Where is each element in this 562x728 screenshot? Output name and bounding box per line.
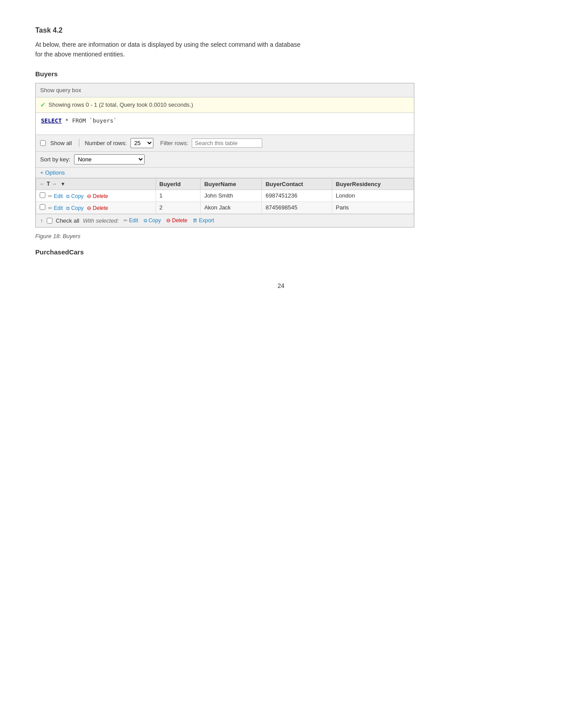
buyer-residency-cell: London <box>332 190 413 202</box>
page-number: 24 <box>35 282 527 289</box>
th-buyer-id: BuyerId <box>156 178 201 190</box>
bottom-export-button[interactable]: 🖹 Export <box>192 217 215 224</box>
show-query-box[interactable]: Show query box <box>36 83 414 97</box>
buyers-data-table: ← T → ▼ BuyerId BuyerName BuyerContact B… <box>36 178 414 214</box>
column-scroll-right[interactable]: → <box>52 181 57 187</box>
copy-icon: ⧉ <box>66 194 70 199</box>
delete-icon: ⊖ <box>87 205 91 211</box>
row-delete-button[interactable]: ⊖ Delete <box>86 205 109 211</box>
bottom-edit-icon: ✏ <box>123 217 128 224</box>
row-edit-button[interactable]: ✏ Edit <box>47 193 64 199</box>
th-buyer-residency: BuyerResidency <box>332 178 413 190</box>
sql-area: SELECT * FROM `buyers` <box>36 113 414 135</box>
rows-per-page-select[interactable]: 25 50 100 <box>130 138 153 148</box>
delete-icon: ⊖ <box>87 193 91 199</box>
buyer-contact-cell: 6987451236 <box>262 190 332 202</box>
filter-label: Filter rows: <box>160 140 189 146</box>
buyers-table-container: Show query box ✔ Showing rows 0 - 1 (2 t… <box>35 83 414 228</box>
sort-label: Sort by key: <box>40 156 71 163</box>
buyer-contact-cell: 8745698545 <box>262 202 332 213</box>
show-all-label: Show all <box>50 140 72 146</box>
task-title: Task 4.2 <box>35 26 527 34</box>
edit-icon: ✏ <box>48 205 52 211</box>
bottom-bar: ↑ Check all With selected: ✏ Edit ⧉ Copy… <box>36 214 414 227</box>
controls-bar: Show all Number of rows: 25 50 100 Filte… <box>36 135 414 152</box>
figure-caption: Figure 18: Buyers <box>35 233 527 239</box>
buyer-id-cell: 1 <box>156 190 201 202</box>
bottom-export-icon: 🖹 <box>193 218 197 223</box>
query-result-banner: ✔ Showing rows 0 - 1 (2 total, Query too… <box>36 97 414 113</box>
table-row: ✏ Edit ⧉ Copy ⊖ Delete 1 John Smith 6987… <box>36 190 414 202</box>
bottom-copy-button[interactable]: ⧉ Copy <box>143 217 162 224</box>
check-all-checkbox[interactable] <box>47 218 52 224</box>
copy-icon: ⧉ <box>66 205 70 211</box>
check-all-label: Check all <box>56 217 79 224</box>
buyer-name-cell: Akon Jack <box>201 202 262 213</box>
buyers-heading: Buyers <box>35 70 527 78</box>
search-input[interactable] <box>192 138 262 148</box>
with-selected-label: With selected: <box>83 217 119 224</box>
show-all-checkbox[interactable] <box>40 140 46 146</box>
bottom-delete-button[interactable]: ⊖ Delete <box>165 217 188 224</box>
row-checkbox[interactable] <box>40 192 45 198</box>
row-actions-cell: ✏ Edit ⧉ Copy ⊖ Delete <box>36 202 156 213</box>
row-edit-button[interactable]: ✏ Edit <box>47 205 64 211</box>
buyer-residency-cell: Paris <box>332 202 413 213</box>
sort-arrow[interactable]: ↑ <box>40 217 43 224</box>
row-delete-button[interactable]: ⊖ Delete <box>86 193 109 199</box>
bottom-delete-icon: ⊖ <box>166 217 171 224</box>
th-actions: ← T → ▼ <box>36 178 156 190</box>
row-copy-button[interactable]: ⧉ Copy <box>65 205 84 211</box>
sort-bar: Sort by key: None BuyerId BuyerName Buye… <box>36 152 414 168</box>
buyer-id-cell: 2 <box>156 202 201 213</box>
intro-paragraph: At below, there are information or data … <box>35 40 414 60</box>
sql-keyword-select: SELECT <box>41 117 62 124</box>
column-scroll-mid: T <box>47 181 50 187</box>
table-row: ✏ Edit ⧉ Copy ⊖ Delete 2 Akon Jack 87456… <box>36 202 414 213</box>
divider <box>79 139 79 147</box>
sql-query-rest: * FROM `buyers` <box>62 117 117 124</box>
edit-icon: ✏ <box>48 193 52 199</box>
sort-key-select[interactable]: None BuyerId BuyerName BuyerContact Buye… <box>74 154 145 164</box>
th-buyer-contact: BuyerContact <box>262 178 332 190</box>
th-buyer-name: BuyerName <box>201 178 262 190</box>
bottom-edit-button[interactable]: ✏ Edit <box>123 217 139 224</box>
sort-dropdown-icon[interactable]: ▼ <box>60 181 65 187</box>
options-bar[interactable]: + Options <box>36 168 414 178</box>
bottom-copy-icon: ⧉ <box>144 218 147 223</box>
column-scroll-left[interactable]: ← <box>40 181 45 187</box>
row-actions-cell: ✏ Edit ⧉ Copy ⊖ Delete <box>36 190 156 202</box>
purchased-cars-heading: PurchasedCars <box>35 248 527 256</box>
row-checkbox[interactable] <box>40 204 45 210</box>
number-of-rows-label: Number of rows: <box>85 140 127 146</box>
buyer-name-cell: John Smith <box>201 190 262 202</box>
row-copy-button[interactable]: ⧉ Copy <box>65 193 84 199</box>
check-icon: ✔ <box>40 101 46 109</box>
